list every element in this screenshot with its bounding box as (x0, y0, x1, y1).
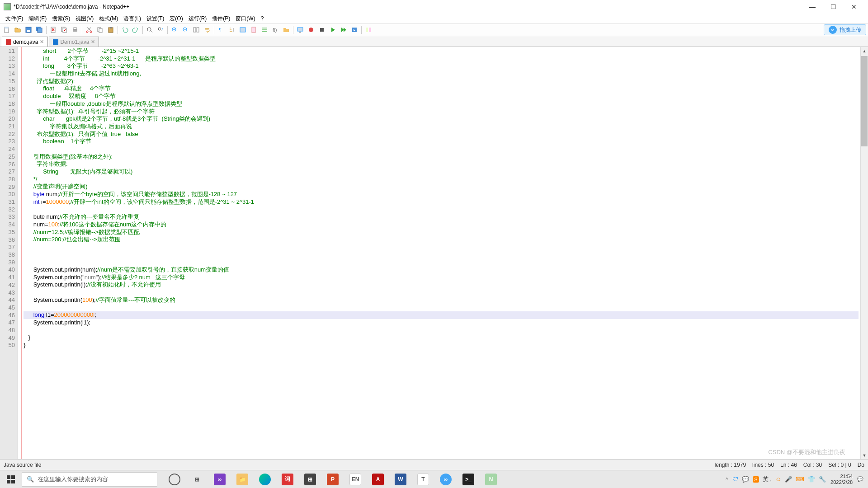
doc-list-icon[interactable] (259, 25, 269, 35)
menu-item-10[interactable]: 窗口(W) (233, 14, 258, 23)
function-list-icon[interactable]: f() (270, 25, 280, 35)
code-line-20[interactable]: char gbk就是2个字节，utf-8就是3个字节 (String类的会遇到) (24, 115, 859, 123)
code-line-22[interactable]: 布尔型数据(1): 只有两个值 true false (24, 131, 859, 138)
task-en[interactable]: EN (345, 470, 365, 488)
code-line-44[interactable]: System.out.println(100);//字面值常量---不可以被改变… (24, 296, 859, 304)
code-line-49[interactable]: } (24, 334, 859, 342)
folder-workspace-icon[interactable] (281, 25, 291, 35)
code-line-24[interactable] (24, 145, 859, 153)
code-line-14[interactable]: 一般都用int去存储,超过int就用long, (24, 70, 859, 78)
code-line-19[interactable]: 字符型数据(1): 单引号引起，必须有一个字符 (24, 108, 859, 116)
code-line-25[interactable]: 引用数据类型(除基本的8之外): (24, 153, 859, 161)
code-line-13[interactable]: long 8个字节 -2^63 ~2^63-1 (24, 62, 859, 70)
code-line-28[interactable]: */ (24, 176, 859, 183)
code-line-30[interactable]: byte num;//开辟一个byte的空间，该空间只能存储整型数据，范围是-1… (24, 191, 859, 198)
code-line-16[interactable]: float 单精度 4个字节 (24, 85, 859, 93)
task-visualstudio[interactable]: ∞ (210, 470, 230, 488)
tray-wechat-icon[interactable]: 💬 (742, 476, 749, 483)
tab-close-icon[interactable]: ✕ (91, 39, 95, 45)
code-line-36[interactable]: //num=200;//也会出错-->超出范围 (24, 236, 859, 244)
start-button[interactable] (0, 470, 22, 488)
tab-1[interactable]: Demo1.java✕ (49, 37, 99, 47)
replace-icon[interactable] (156, 25, 165, 35)
tray-shield-icon[interactable]: 🛡 (732, 476, 738, 483)
record-macro-icon[interactable] (306, 25, 316, 35)
menu-item-8[interactable]: 运行(R) (186, 14, 210, 23)
menu-item-6[interactable]: 设置(T) (144, 14, 167, 23)
menu-item-3[interactable]: 视图(V) (73, 14, 96, 23)
paste-icon[interactable] (106, 25, 116, 35)
code-line-42[interactable]: System.out.println(i);//没有初始化时，不允许使用 (24, 281, 859, 289)
code-line-48[interactable] (24, 326, 859, 334)
code-line-32[interactable] (24, 206, 859, 213)
open-file-icon[interactable] (13, 25, 23, 35)
tray-ime-lang[interactable]: 英 , (763, 475, 772, 483)
code-line-47[interactable]: System.out.println(l1); (24, 319, 859, 327)
task-edge[interactable] (255, 470, 275, 488)
save-icon[interactable] (24, 25, 33, 35)
monitor-icon[interactable] (295, 25, 305, 35)
task-acrobat[interactable]: A (368, 470, 388, 488)
zoom-in-icon[interactable] (170, 25, 179, 35)
task-baidu[interactable]: ∞ (436, 470, 456, 488)
save-all-icon[interactable] (34, 25, 44, 35)
menu-item-7[interactable]: 宏(O) (167, 14, 185, 23)
redo-icon[interactable] (131, 25, 141, 35)
task-cortana[interactable] (165, 470, 184, 488)
task-cmd[interactable]: >_ (458, 470, 478, 488)
minimize-button[interactable]: — (802, 0, 823, 14)
upload-button[interactable]: ∞ 拖拽上传 (824, 24, 866, 35)
code-line-21[interactable]: 字符集以及编码格式，后面再说 (24, 123, 859, 131)
stop-macro-icon[interactable] (317, 25, 327, 35)
tray-emoji-icon[interactable]: ☺ (775, 476, 781, 483)
task-powerpoint[interactable]: P (323, 470, 343, 488)
code-line-15[interactable]: 浮点型数据(2): (24, 78, 859, 85)
menu-item-4[interactable]: 格式(M) (96, 14, 121, 23)
find-icon[interactable] (145, 25, 155, 35)
tray-sogou-icon[interactable]: S (753, 476, 759, 483)
code-line-18[interactable]: 一般用double ,double是程序默认的浮点型数据类型 (24, 100, 859, 108)
scroll-down-icon[interactable]: ▼ (861, 451, 868, 459)
code-line-39[interactable] (24, 258, 859, 266)
tray-chevron-icon[interactable]: ^ (726, 477, 728, 482)
code-line-27[interactable]: String 无限大(内存足够就可以) (24, 168, 859, 176)
code-line-41[interactable]: System.out.println("num");//结果是多少? num 这… (24, 274, 859, 282)
code-line-26[interactable]: 字符串数据: (24, 160, 859, 168)
code-line-50[interactable]: } (24, 342, 859, 349)
task-calculator[interactable]: ⊞ (300, 470, 320, 488)
show-all-chars-icon[interactable]: ¶ (216, 25, 226, 35)
tray-skin-icon[interactable]: 👕 (808, 476, 815, 483)
cut-icon[interactable] (84, 25, 94, 35)
code-line-40[interactable]: System.out.println(num);//num是不需要加双引号的，直… (24, 266, 859, 274)
menu-item-2[interactable]: 搜索(S) (49, 14, 73, 23)
vertical-scrollbar[interactable]: ▲ ▼ (860, 47, 868, 459)
taskbar-search[interactable]: 🔍 在这里输入你要搜索的内容 (22, 472, 157, 487)
tab-close-icon[interactable]: ✕ (40, 39, 44, 45)
code-line-37[interactable] (24, 244, 859, 251)
wrap-icon[interactable] (202, 25, 212, 35)
code-line-11[interactable]: short 2个字节 -2^15 ~2^15-1 (24, 47, 859, 55)
task-word[interactable]: W (391, 470, 410, 488)
code-line-33[interactable]: bute num;//不允许的---变量名不允许重复 (24, 213, 859, 221)
scroll-thumb[interactable] (861, 56, 868, 146)
sync-scroll-icon[interactable] (191, 25, 201, 35)
zoom-out-icon[interactable] (180, 25, 190, 35)
code-line-12[interactable]: int 4个字节 -2^31 ~2^31-1 是程序默认的整型数据类型 (24, 55, 859, 63)
undo-icon[interactable] (120, 25, 130, 35)
new-file-icon[interactable] (2, 25, 12, 35)
save-macro-icon[interactable] (349, 25, 359, 35)
task-youdao[interactable]: 词 (278, 470, 297, 488)
code-line-23[interactable]: boolean 1个字节 (24, 138, 859, 145)
tray-keyboard-icon[interactable]: ⌨ (796, 476, 804, 483)
code-line-45[interactable] (24, 304, 859, 311)
code-line-38[interactable] (24, 251, 859, 259)
compare-icon[interactable] (363, 25, 373, 35)
menu-item-5[interactable]: 语言(L) (121, 14, 144, 23)
task-notepadpp[interactable]: N (481, 470, 501, 488)
task-taskview[interactable]: ⊞ (187, 470, 207, 488)
code-line-43[interactable] (24, 289, 859, 296)
task-explorer[interactable]: 📁 (232, 470, 252, 488)
user-lang-icon[interactable] (238, 25, 248, 35)
code-area[interactable]: short 2个字节 -2^15 ~2^15-1 int 4个字节 -2^31 … (22, 47, 860, 459)
close-file-icon[interactable] (48, 25, 58, 35)
